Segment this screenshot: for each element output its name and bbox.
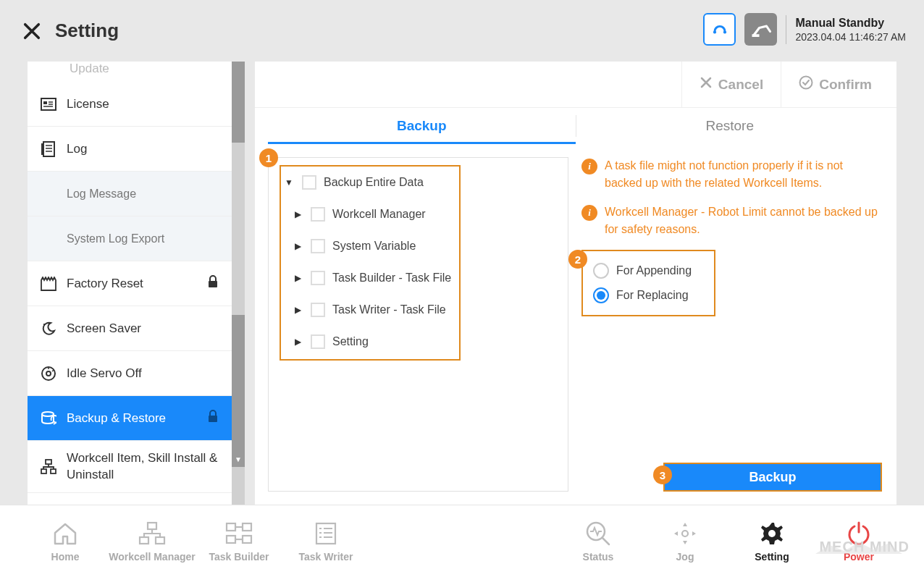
checkbox[interactable]	[311, 207, 325, 222]
sidebar-item-log-message[interactable]: Log Message	[28, 172, 232, 216]
status-time: 2023.04.04 11:46:27 AM	[795, 31, 906, 43]
chevron-right-icon[interactable]: ▶	[292, 241, 303, 251]
moon-icon	[41, 321, 56, 337]
divider	[786, 15, 786, 44]
tab-backup[interactable]: Backup	[268, 108, 576, 144]
checkbox[interactable]	[311, 271, 325, 285]
svg-rect-20	[46, 460, 51, 464]
sidebar-item-log[interactable]: Log	[28, 127, 232, 172]
task-builder-icon	[224, 521, 253, 547]
checkbox[interactable]	[302, 175, 316, 190]
nav-task-writer[interactable]: Task Writer	[282, 521, 369, 563]
sidebar-item-label: Log	[67, 142, 87, 156]
info-message-2: i Workcell Manager - Robot Limit cannot …	[581, 203, 883, 238]
tree-item[interactable]: ▶ Task Builder - Task File	[276, 262, 560, 294]
backup-button[interactable]: Backup	[665, 464, 881, 490]
close-icon[interactable]	[22, 21, 42, 41]
sidebar-item-label: System Log Export	[67, 232, 164, 245]
svg-line-17	[52, 370, 54, 371]
radio-icon[interactable]	[593, 287, 609, 303]
robot-status-icon[interactable]	[703, 13, 736, 46]
svg-rect-26	[156, 537, 164, 544]
annotation-badge-1: 1	[259, 148, 278, 167]
nav-power[interactable]: Power	[815, 521, 902, 563]
servo-icon	[41, 366, 56, 382]
sidebar-item-factory-reset[interactable]: Factory Reset	[28, 261, 232, 306]
factory-icon	[41, 277, 56, 291]
nav-workcell-manager[interactable]: Workcell Manager	[109, 521, 196, 563]
log-icon	[41, 141, 56, 157]
svg-rect-13	[209, 281, 217, 287]
content-panel: Cancel Confirm Backup Restore 1 ▼ Backup…	[255, 62, 896, 505]
sidebar-item-system-log-export[interactable]: System Log Export	[28, 216, 232, 261]
lock-icon	[207, 410, 219, 426]
sidebar-item-idle-servo[interactable]: Idle Servo Off	[28, 351, 232, 396]
checkbox[interactable]	[311, 239, 325, 253]
nav-home[interactable]: Home	[22, 521, 109, 563]
radio-appending[interactable]: For Appending	[593, 258, 704, 283]
header-status: Manual Standby 2023.04.04 11:46:27 AM	[703, 13, 906, 46]
info-icon: i	[581, 159, 597, 174]
tree-root[interactable]: ▼ Backup Entire Data	[276, 167, 560, 198]
scroll-thumb[interactable]	[232, 62, 245, 143]
svg-point-18	[42, 412, 54, 416]
svg-rect-4	[43, 101, 47, 104]
checkbox[interactable]	[311, 303, 325, 317]
sidebar: Update License Log Log Message System Lo…	[28, 62, 245, 505]
svg-rect-19	[209, 416, 217, 422]
task-writer-icon	[314, 521, 337, 547]
sidebar-item-update[interactable]: Update	[28, 62, 232, 82]
nav-jog[interactable]: Jog	[642, 521, 728, 563]
radio-replacing[interactable]: For Replacing	[593, 283, 704, 308]
scrollbar[interactable]: ▲ ▼	[232, 62, 245, 505]
info-message-1: i A task file might not function properl…	[581, 157, 883, 192]
nav-status[interactable]: Status	[555, 521, 642, 563]
nav-task-builder[interactable]: Task Builder	[196, 521, 282, 563]
svg-point-15	[46, 371, 51, 376]
nav-setting[interactable]: Setting	[728, 521, 815, 563]
cancel-button[interactable]: Cancel	[681, 62, 781, 107]
sidebar-list: Update License Log Log Message System Lo…	[28, 62, 232, 505]
chevron-right-icon[interactable]: ▶	[292, 337, 303, 347]
tree-item[interactable]: ▶ Task Writer - Task File	[276, 294, 560, 326]
main-area: Update License Log Log Message System Lo…	[28, 62, 896, 505]
confirm-button[interactable]: Confirm	[781, 62, 889, 107]
workcell-icon	[138, 521, 167, 547]
backup-options-panel: i A task file might not function properl…	[581, 157, 883, 492]
svg-rect-25	[140, 537, 148, 544]
tab-restore[interactable]: Restore	[576, 108, 884, 144]
gear-icon	[758, 521, 786, 547]
chevron-right-icon[interactable]: ▶	[292, 273, 303, 283]
svg-rect-24	[148, 523, 156, 529]
sidebar-item-license[interactable]: License	[28, 82, 232, 127]
svg-point-1	[723, 30, 726, 33]
tree-item[interactable]: ▶ Setting	[276, 326, 560, 358]
svg-line-41	[602, 538, 609, 544]
robot-arm-icon[interactable]	[744, 13, 777, 46]
annotation-box-3: Backup	[663, 463, 882, 492]
scroll-down-icon[interactable]: ▼	[232, 452, 245, 466]
svg-point-42	[682, 531, 688, 536]
sidebar-item-backup-restore[interactable]: Backup & Restore	[28, 396, 232, 441]
status-icon	[584, 521, 612, 547]
chevron-down-icon[interactable]: ▼	[283, 177, 295, 188]
chevron-right-icon[interactable]: ▶	[292, 209, 303, 219]
lock-icon	[207, 275, 219, 292]
close-icon	[700, 76, 713, 93]
power-icon	[846, 521, 872, 547]
scroll-thumb[interactable]	[232, 315, 245, 467]
radio-icon[interactable]	[593, 263, 609, 279]
sidebar-item-label: License	[67, 97, 109, 111]
svg-rect-30	[243, 536, 251, 543]
checkbox[interactable]	[311, 334, 325, 349]
sidebar-item-workcell-install[interactable]: Workcell Item, Skill Install & Uninstall	[28, 441, 232, 493]
tree-item[interactable]: ▶ System Variable	[276, 230, 560, 262]
license-icon	[41, 98, 56, 111]
backup-tree-panel: ▼ Backup Entire Data ▶ Workcell Manager …	[268, 157, 568, 492]
page-title: Setting	[55, 20, 119, 42]
sidebar-item-label: Idle Servo Off	[67, 366, 142, 381]
chevron-right-icon[interactable]: ▶	[292, 305, 303, 315]
sidebar-item-screen-saver[interactable]: Screen Saver	[28, 306, 232, 351]
annotation-badge-3: 3	[653, 466, 672, 484]
tree-item[interactable]: ▶ Workcell Manager	[276, 198, 560, 230]
